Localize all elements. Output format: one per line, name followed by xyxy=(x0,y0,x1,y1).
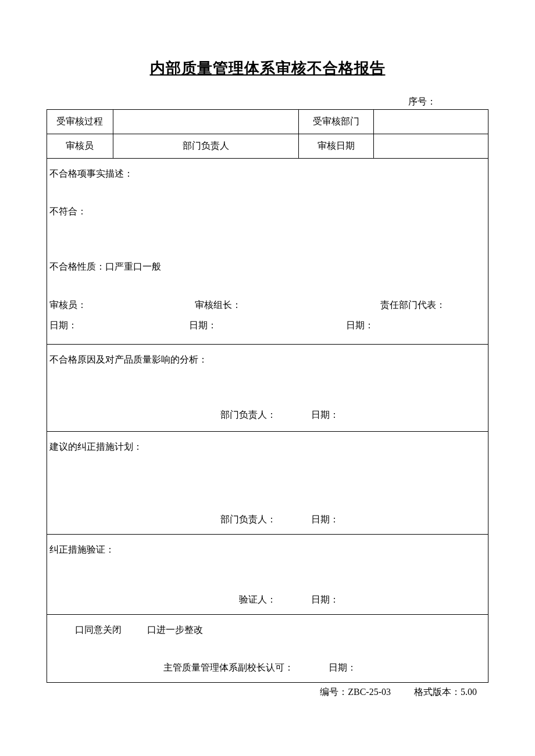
row-verification: 纠正措施验证： 验证人： 日期： xyxy=(47,535,488,614)
verify-date: 日期： xyxy=(311,589,486,610)
plan-block[interactable]: 建议的纠正措施计划： 部门负责人： 日期： xyxy=(47,432,488,535)
date-3: 日期： xyxy=(329,315,486,335)
value-audited-process[interactable] xyxy=(113,110,298,134)
plan-sig-dept-head: 部门负责人： xyxy=(49,509,311,529)
sequence-label: 序号： xyxy=(47,96,488,108)
plan-date: 日期： xyxy=(311,509,486,529)
footer-code-value: ZBC-25-03 xyxy=(348,687,391,697)
plan-label: 建议的纠正措施计划： xyxy=(49,436,486,457)
label-audit-date: 审核日期 xyxy=(298,134,373,159)
date-1: 日期： xyxy=(49,315,189,335)
row-description: 不合格项事实描述： 不符合： 不合格性质：口严重口一般 审核员： 审核组长： 责… xyxy=(47,159,488,345)
cause-label: 不合格原因及对产品质量影响的分析： xyxy=(49,349,486,370)
row-closure: 口同意关闭 口进一步整改 主管质量管理体系副校长认可： 日期： xyxy=(47,614,488,682)
row-audited-process: 受审核过程 受审核部门 xyxy=(47,110,488,134)
page-title: 内部质量管理体系审核不合格报告 xyxy=(47,58,488,78)
footer-version: 格式版本：5.00 xyxy=(414,686,477,698)
form-table: 受审核过程 受审核部门 审核员 部门负责人 审核日期 不合格项事实描述： 不符合… xyxy=(47,109,488,683)
row-auditor: 审核员 部门负责人 审核日期 xyxy=(47,134,488,159)
row-cause-analysis: 不合格原因及对产品质量影响的分析： 部门负责人： 日期： xyxy=(47,345,488,432)
opt-further-rectify: 口进一步整改 xyxy=(147,625,203,635)
form-page: 内部质量管理体系审核不合格报告 序号： 受审核过程 受审核部门 审核员 部门负责… xyxy=(0,0,535,698)
sig-auditor: 审核员： xyxy=(49,295,195,315)
approve-date: 日期： xyxy=(311,657,486,678)
verify-sig-verifier: 验证人： xyxy=(49,589,311,610)
description-block[interactable]: 不合格项事实描述： 不符合： 不合格性质：口严重口一般 审核员： 审核组长： 责… xyxy=(47,159,488,345)
cause-sig-dept-head: 部门负责人： xyxy=(49,404,311,425)
label-dept-head: 部门负责人 xyxy=(113,134,298,159)
label-audited-process: 受审核过程 xyxy=(47,110,113,134)
closure-block[interactable]: 口同意关闭 口进一步整改 主管质量管理体系副校长认可： 日期： xyxy=(47,614,488,682)
label-auditor: 审核员 xyxy=(47,134,113,159)
verify-block[interactable]: 纠正措施验证： 验证人： 日期： xyxy=(47,535,488,614)
footer-code-label: 编号： xyxy=(320,687,348,697)
cause-block[interactable]: 不合格原因及对产品质量影响的分析： 部门负责人： 日期： xyxy=(47,345,488,432)
footer-ver-value: 5.00 xyxy=(461,687,477,697)
date-2: 日期： xyxy=(189,315,329,335)
footer: 编号：ZBC-25-03 格式版本：5.00 xyxy=(47,686,488,698)
verify-label: 纠正措施验证： xyxy=(49,539,486,560)
row-corrective-plan: 建议的纠正措施计划： 部门负责人： 日期： xyxy=(47,432,488,535)
label-audited-dept: 受审核部门 xyxy=(298,110,373,134)
value-audited-dept[interactable] xyxy=(373,110,488,134)
fact-label: 不合格项事实描述： xyxy=(49,163,486,184)
sig-audit-leader: 审核组长： xyxy=(195,295,340,315)
opt-agree-close: 口同意关闭 xyxy=(75,625,122,635)
value-audit-date[interactable] xyxy=(373,134,488,159)
cause-date: 日期： xyxy=(311,404,486,425)
approve-label: 主管质量管理体系副校长认可： xyxy=(49,657,311,678)
sig-dept-rep: 责任部门代表： xyxy=(340,295,486,315)
nature-label: 不合格性质：口严重口一般 xyxy=(49,256,486,277)
footer-code: 编号：ZBC-25-03 xyxy=(320,686,391,698)
footer-ver-label: 格式版本： xyxy=(414,687,461,697)
nonconform-label: 不符合： xyxy=(49,201,486,221)
